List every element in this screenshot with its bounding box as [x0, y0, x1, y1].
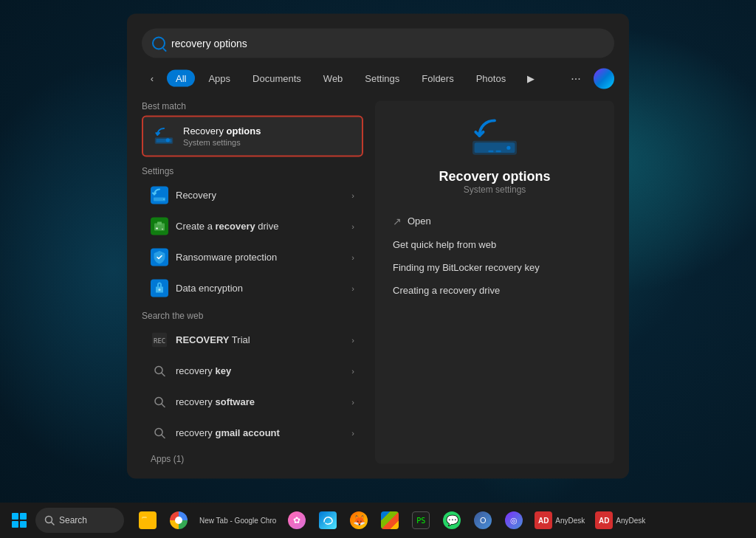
taskbar-app3[interactable]: ◎	[499, 506, 529, 535]
back-arrow[interactable]: ‹	[142, 68, 162, 89]
tab-apps[interactable]: Apps	[199, 70, 239, 87]
taskbar-ms-store[interactable]	[375, 506, 405, 535]
open-icon: ↗	[393, 215, 402, 227]
web-item-key-text: recovery key	[176, 365, 344, 376]
tab-photos[interactable]: Photos	[467, 70, 515, 87]
taskbar-new-tab-label: New Tab - Google Chro	[199, 517, 276, 525]
web-item-software-text: recovery software	[176, 396, 344, 407]
svg-point-13	[159, 289, 161, 291]
search-input[interactable]	[171, 37, 604, 49]
title-plain: Recovery	[183, 125, 224, 137]
svg-rect-24	[488, 150, 493, 152]
web-item-recovery-software[interactable]: recovery software ›	[142, 387, 363, 416]
best-match-text: Recovery options System settings	[183, 125, 353, 147]
best-match-label: Best match	[142, 100, 363, 111]
ai-icon[interactable]	[594, 68, 614, 89]
filter-tabs: ‹ All Apps Documents Web Settings Folder…	[142, 68, 614, 89]
tab-all[interactable]: All	[167, 70, 195, 87]
chevron-trial: ›	[351, 335, 354, 344]
best-match-item[interactable]: Recovery options System settings	[142, 115, 363, 156]
edge-icon	[319, 511, 337, 529]
file-explorer-icon	[139, 511, 157, 529]
taskbar-chrome[interactable]	[164, 506, 193, 535]
taskbar-new-tab[interactable]: New Tab - Google Chro	[195, 506, 281, 535]
taskbar-app1[interactable]: ✿	[282, 506, 312, 535]
taskbar-whatsapp[interactable]: 💬	[437, 506, 467, 535]
chevron-key: ›	[351, 366, 354, 375]
tab-documents[interactable]: Documents	[244, 70, 310, 87]
svg-point-5	[163, 199, 165, 200]
best-match-subtitle: System settings	[183, 138, 353, 147]
action-bitlocker[interactable]: Finding my BitLocker recovery key	[390, 255, 599, 278]
app1-icon: ✿	[288, 511, 306, 529]
action-create-drive[interactable]: Creating a recovery drive	[390, 278, 599, 301]
svg-line-19	[162, 404, 165, 407]
taskbar-app2[interactable]: O	[468, 506, 498, 535]
svg-point-2	[166, 138, 170, 142]
web-item-recovery-gmail[interactable]: recovery gmail account ›	[142, 418, 363, 447]
settings-item-ransomware[interactable]: Ransomware protection ›	[142, 242, 363, 272]
title-bold: options	[224, 125, 261, 137]
web-item-recovery-trial-text: RECOVERY Trial	[176, 334, 344, 345]
taskbar-firefox[interactable]: 🦊	[344, 506, 374, 535]
taskbar-center: New Tab - Google Chro ✿ 🦊 PS 💬 O ◎	[133, 506, 650, 535]
taskbar-search[interactable]: Search	[35, 508, 124, 533]
more-button[interactable]: ···	[566, 68, 586, 89]
search-content: Best match Recovery options System	[142, 100, 614, 463]
settings-item-create-recovery[interactable]: Create a recovery drive ›	[142, 211, 363, 241]
action-open[interactable]: ↗ Open	[390, 209, 599, 232]
app2-icon: O	[474, 511, 492, 529]
settings-item-encryption-text: Data encryption	[176, 283, 344, 294]
taskbar-file-explorer[interactable]	[133, 506, 162, 535]
svg-rect-31	[142, 518, 154, 525]
tab-folders[interactable]: Folders	[413, 70, 462, 87]
chevron-software: ›	[351, 397, 354, 406]
encryption-icon	[151, 279, 168, 297]
action-quick-help[interactable]: Get quick help from web	[390, 232, 599, 255]
svg-rect-25	[496, 150, 501, 152]
taskbar: Search New Tab - Google Chro ✿	[0, 503, 756, 538]
chrome-icon	[170, 511, 188, 529]
ms-store-icon	[381, 511, 399, 529]
chevron-gmail: ›	[351, 428, 354, 437]
settings-item-encryption[interactable]: Data encryption ›	[142, 273, 363, 303]
svg-line-21	[162, 435, 165, 438]
anydesk-icon-2: AD	[595, 511, 613, 529]
search-web-icon-3	[151, 424, 168, 441]
taskbar-anydesk-1[interactable]: AD AnyDesk	[530, 506, 589, 535]
action-create-drive-label: Creating a recovery drive	[393, 284, 500, 295]
taskbar-terminal[interactable]: PS	[406, 506, 436, 535]
recovery-trial-icon: REC	[151, 331, 168, 348]
settings-section-label: Settings	[142, 165, 363, 176]
left-panel: Best match Recovery options System	[142, 100, 363, 463]
start-button[interactable]	[6, 507, 32, 534]
settings-item-recovery[interactable]: Recovery ›	[142, 180, 363, 210]
more-filters-arrow[interactable]: ▶	[520, 68, 541, 89]
tab-web[interactable]: Web	[315, 70, 352, 87]
taskbar-anydesk-2[interactable]: AD AnyDesk	[591, 506, 650, 535]
apps-section-label: Apps (1)	[142, 453, 363, 463]
settings-item-ransomware-text: Ransomware protection	[176, 252, 344, 263]
web-item-gmail-text: recovery gmail account	[176, 427, 344, 438]
action-open-label: Open	[408, 215, 431, 227]
web-item-recovery-trial[interactable]: REC RECOVERY Trial ›	[142, 325, 363, 354]
tab-settings[interactable]: Settings	[356, 70, 408, 87]
chevron-recovery: ›	[351, 190, 354, 199]
app3-icon: ◎	[505, 511, 523, 529]
anydesk-icon-1: AD	[535, 511, 552, 529]
search-web-icon-2	[151, 393, 168, 410]
terminal-icon: PS	[412, 511, 430, 529]
right-panel-subtitle: System settings	[464, 184, 526, 194]
recovery-settings-icon	[151, 186, 168, 204]
best-match-title: Recovery options	[183, 125, 353, 137]
taskbar-search-label: Search	[59, 515, 87, 525]
create-recovery-drive-icon	[151, 217, 168, 235]
chevron-ransomware: ›	[351, 252, 354, 261]
ransomware-icon	[151, 248, 168, 266]
right-icon-area	[469, 115, 520, 159]
web-item-recovery-key[interactable]: recovery key ›	[142, 356, 363, 385]
whatsapp-icon: 💬	[443, 511, 461, 529]
svg-line-28	[52, 523, 55, 525]
search-input-row[interactable]	[142, 28, 614, 58]
taskbar-edge[interactable]	[313, 506, 343, 535]
